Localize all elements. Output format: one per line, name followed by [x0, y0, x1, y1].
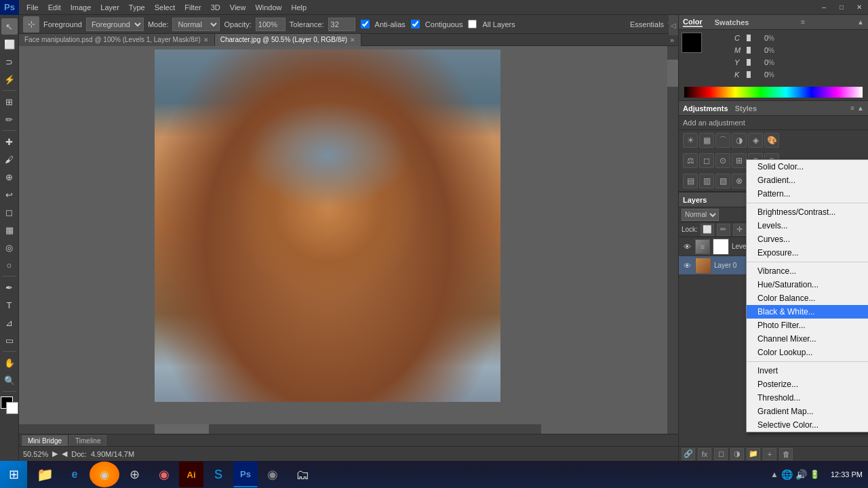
menu-item-huesaturation[interactable]: Hue/Saturation... [747, 278, 868, 291]
background-color[interactable] [6, 402, 18, 414]
cmyk-k-thumb[interactable] [747, 71, 751, 78]
lock-position-btn[interactable]: ✛ [733, 224, 747, 236]
adj-colorbalance-icon[interactable]: ⚖ [683, 153, 698, 168]
antialias-checkbox[interactable] [361, 20, 370, 28]
tab-1[interactable]: Character.jpg @ 50.5% (Layer 0, RGB/8#) … [215, 34, 361, 46]
taskbar-ff[interactable]: ◉ [149, 462, 179, 487]
menu-item-photofilter[interactable]: Photo Filter... [747, 319, 868, 332]
opacity-input[interactable] [256, 18, 285, 31]
swatches-tab[interactable]: Swatches [715, 18, 749, 26]
status-icon[interactable]: ▶ [52, 449, 58, 458]
menu-item-threshold[interactable]: Threshold... [747, 391, 868, 405]
menu-type[interactable]: Type [124, 2, 150, 13]
taskbar-app1[interactable]: ◉ [258, 462, 288, 487]
menu-item-blackwhite[interactable]: Black & White... [747, 305, 868, 319]
status-back[interactable]: ◀ [62, 449, 67, 458]
menu-item-brightnesscontrast[interactable]: Brightness/Contrast... [747, 205, 868, 219]
adj-hue-icon[interactable]: 🎨 [764, 133, 779, 148]
lock-image-btn[interactable]: ✏ [717, 224, 730, 236]
magic-wand-tool[interactable]: ⚡ [1, 71, 18, 87]
zoom-tool[interactable]: 🔍 [1, 372, 18, 388]
color-swatch-fg[interactable] [682, 33, 702, 53]
adj-channelmixer-icon[interactable]: ⊞ [732, 153, 747, 168]
menu-file[interactable]: File [22, 2, 43, 13]
menu-item-posterize[interactable]: Posterize... [747, 378, 868, 391]
color-tab[interactable]: Color [683, 18, 703, 27]
adj-gradientmap-icon[interactable]: ▧ [715, 174, 730, 188]
menu-window[interactable]: Window [250, 2, 286, 13]
color-panel-menu[interactable]: ≡ [801, 18, 805, 26]
tolerance-input[interactable] [328, 18, 355, 31]
menu-help[interactable]: Help [287, 2, 312, 13]
taskbar-files[interactable]: 🗂 [288, 462, 317, 487]
menu-item-channelmixer[interactable]: Channel Mixer... [747, 332, 868, 346]
adj-bw-icon[interactable]: ◻ [699, 153, 714, 168]
menu-filter[interactable]: Filter [180, 2, 205, 13]
color-spectrum[interactable] [684, 87, 863, 98]
adj-levels-icon[interactable]: ▦ [699, 133, 714, 148]
history-brush[interactable]: ↩ [1, 186, 18, 203]
tool-selector[interactable]: ⊹ [23, 16, 39, 33]
tab-collapse-btn[interactable]: » [666, 34, 678, 46]
adj-vibrance-icon[interactable]: ◈ [748, 133, 763, 148]
tray-network[interactable]: 🌐 [781, 469, 793, 480]
menu-item-invert[interactable]: Invert [747, 364, 868, 378]
mini-tab-timeline[interactable]: Timeline [69, 435, 106, 446]
taskbar-chrome[interactable]: ⊕ [119, 462, 149, 487]
tray-battery[interactable]: 🔋 [810, 470, 820, 479]
maximize-button[interactable]: □ [833, 0, 850, 15]
gradient-tool[interactable]: ▦ [1, 222, 18, 238]
menu-item-levels[interactable]: Levels... [747, 219, 868, 232]
menu-3d[interactable]: 3D [206, 2, 225, 13]
layer-style-btn[interactable]: fx [698, 448, 711, 460]
layer-mask-btn[interactable]: ◻ [714, 448, 728, 460]
menu-item-colorbalance[interactable]: Color Balance... [747, 291, 868, 305]
cmyk-m-thumb[interactable] [747, 47, 751, 54]
crop-tool[interactable]: ⊞ [1, 94, 18, 110]
link-layers-btn[interactable]: 🔗 [682, 448, 695, 460]
contiguous-checkbox[interactable] [411, 20, 420, 28]
v-scroll-thumb[interactable] [667, 60, 678, 87]
path-tool[interactable]: ⊿ [1, 314, 18, 331]
menu-select[interactable]: Select [150, 2, 180, 13]
taskbar-skype[interactable]: S [203, 462, 233, 487]
menu-item-selectivecolor[interactable]: Selective Color... [747, 418, 868, 432]
taskbar-ps[interactable]: Ps [233, 462, 258, 487]
delete-layer-btn[interactable]: 🗑 [779, 448, 793, 460]
color-panel-collapse[interactable]: ▲ [857, 18, 864, 26]
taskbar-media[interactable]: ◉ [90, 462, 119, 487]
foreground-select[interactable]: Foreground [86, 18, 144, 31]
adj-exposure-icon[interactable]: ◑ [732, 133, 747, 148]
menu-item-gradientmap[interactable]: Gradient Map... [747, 405, 868, 418]
mode-select[interactable]: Normal [172, 18, 220, 31]
tab-0[interactable]: Face manipulation.psd @ 100% (Levels 1, … [19, 34, 215, 46]
hand-tool[interactable]: ✋ [1, 354, 18, 371]
menu-item-curves[interactable]: Curves... [747, 232, 868, 246]
start-button[interactable]: ⊞ [0, 461, 27, 488]
blur-tool[interactable]: ◎ [1, 239, 18, 256]
adjustments-title[interactable]: Adjustments [683, 104, 728, 113]
cmyk-y-thumb[interactable] [747, 59, 751, 66]
menu-item-solidcolor[interactable]: Solid Color... [747, 160, 868, 174]
layer-eye-0[interactable]: 👁 [682, 260, 692, 271]
menu-view[interactable]: View [225, 2, 251, 13]
pen-tool[interactable]: ✒ [1, 279, 18, 296]
move-tool[interactable]: ↖ [1, 18, 18, 35]
adj-curves-icon[interactable]: ⌒ [715, 133, 730, 148]
shape-tool[interactable]: ▭ [1, 332, 18, 348]
adj-threshold-icon[interactable]: ▥ [699, 174, 714, 188]
clone-tool[interactable]: ⊕ [1, 169, 18, 185]
adj-photofilter-icon[interactable]: ⊙ [715, 153, 730, 168]
tab-1-close[interactable]: ✕ [350, 37, 355, 43]
vertical-scrollbar[interactable] [667, 46, 678, 434]
alllayers-checkbox[interactable] [468, 20, 477, 28]
tray-arrow[interactable]: ▲ [770, 470, 778, 479]
layers-title[interactable]: Layers [683, 196, 707, 204]
mini-tab-minibridge[interactable]: Mini Bridge [22, 435, 68, 446]
new-group-btn[interactable]: 📁 [747, 448, 760, 460]
adj-panel-menu[interactable]: ≡ [850, 104, 854, 112]
close-button[interactable]: ✕ [850, 0, 868, 15]
cmyk-c-thumb[interactable] [747, 35, 751, 41]
menu-item-gradient[interactable]: Gradient... [747, 174, 868, 187]
eyedropper-tool[interactable]: ✏ [1, 111, 18, 127]
